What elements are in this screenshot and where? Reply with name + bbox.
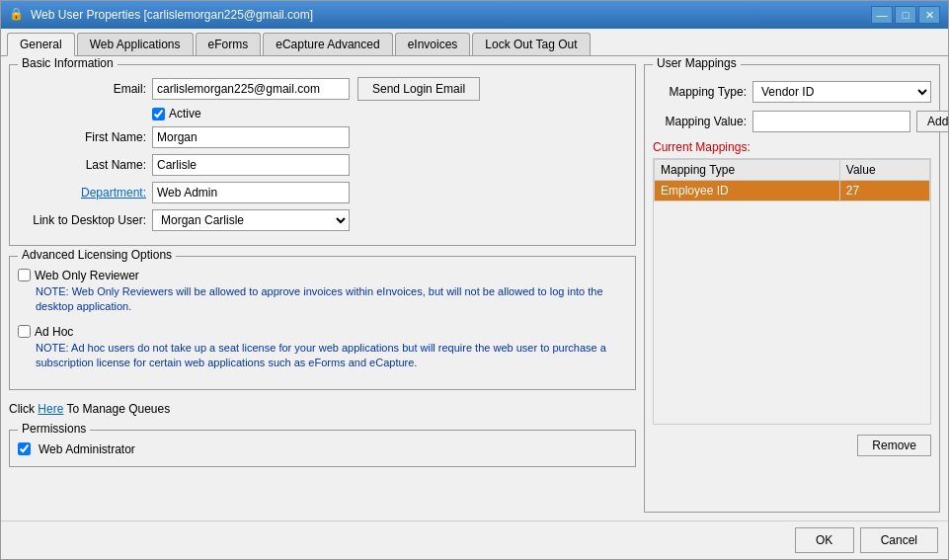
email-row: Email: Send Login Email: [18, 77, 627, 101]
mapping-value-label: Mapping Value:: [653, 115, 747, 128]
main-content: Basic Information Email: Send Login Emai…: [1, 56, 948, 520]
web-only-reviewer-row: Web Only Reviewer: [18, 269, 627, 282]
web-only-reviewer-checkbox[interactable]: [18, 269, 31, 281]
mapping-value-field[interactable]: [752, 111, 910, 132]
ok-button[interactable]: OK: [795, 527, 854, 553]
row-type: Employee ID: [655, 181, 840, 201]
email-label: Email:: [18, 82, 146, 96]
left-panel: Basic Information Email: Send Login Emai…: [9, 64, 636, 513]
tab-web-applications[interactable]: Web Applications: [77, 33, 194, 55]
tab-ecapture-advanced[interactable]: eCapture Advanced: [263, 33, 392, 55]
mapping-value-row: Mapping Value: Add: [653, 111, 931, 132]
basic-info-content: Email: Send Login Email Active First Nam…: [18, 73, 627, 231]
first-name-field[interactable]: [152, 126, 350, 148]
current-mappings-label: Current Mappings:: [653, 140, 931, 154]
first-name-label: First Name:: [18, 130, 146, 144]
window-title: Web User Properties [carlislemorgan225@g…: [31, 8, 865, 22]
title-bar: 🔒 Web User Properties [carlislemorgan225…: [1, 1, 948, 29]
main-window: 🔒 Web User Properties [carlislemorgan225…: [0, 0, 949, 560]
row-value: 27: [839, 181, 929, 201]
ad-hoc-row: Ad Hoc: [18, 325, 627, 339]
minimize-button[interactable]: —: [871, 6, 893, 24]
add-mapping-button[interactable]: Add: [916, 111, 948, 132]
mapping-type-row: Mapping Type: Vendor ID Employee ID Cust…: [653, 81, 931, 103]
permissions-title: Permissions: [18, 422, 90, 436]
col-value: Value: [839, 160, 929, 181]
email-field[interactable]: [152, 78, 350, 100]
send-login-email-button[interactable]: Send Login Email: [357, 77, 480, 101]
active-row: Active: [152, 107, 627, 120]
link-desktop-label: Link to Desktop User:: [18, 213, 146, 227]
web-only-reviewer-note: NOTE: Web Only Reviewers will be allowed…: [36, 284, 627, 315]
first-name-row: First Name:: [18, 126, 627, 148]
table-row[interactable]: Employee ID 27: [655, 181, 930, 201]
tab-general[interactable]: General: [7, 33, 75, 56]
window-controls: — □ ✕: [871, 6, 940, 24]
basic-info-title: Basic Information: [18, 56, 118, 70]
tab-einvoices[interactable]: eInvoices: [395, 33, 471, 55]
advanced-licensing-group: Advanced Licensing Options Web Only Revi…: [9, 256, 636, 390]
web-admin-row: Web Administrator: [18, 442, 627, 456]
department-label[interactable]: Department:: [18, 186, 146, 200]
last-name-row: Last Name:: [18, 154, 627, 176]
manage-queues-link[interactable]: Here: [38, 402, 63, 416]
ad-hoc-checkbox[interactable]: [18, 325, 31, 338]
web-admin-label: Web Administrator: [39, 442, 135, 456]
bottom-bar: OK Cancel: [1, 520, 948, 559]
mapping-type-label: Mapping Type:: [653, 85, 747, 99]
maximize-button[interactable]: □: [895, 6, 916, 24]
web-only-reviewer-label: Web Only Reviewer: [35, 269, 139, 282]
department-field[interactable]: [152, 182, 350, 203]
department-row: Department:: [18, 182, 627, 203]
link-desktop-dropdown[interactable]: Morgan Carlisle: [152, 209, 350, 231]
permissions-group: Permissions Web Administrator: [9, 430, 636, 467]
click-here-suffix: To Manage Queues: [63, 402, 170, 416]
basic-info-group: Basic Information Email: Send Login Emai…: [9, 64, 636, 246]
last-name-label: Last Name:: [18, 158, 146, 172]
user-mappings-group: User Mappings Mapping Type: Vendor ID Em…: [644, 64, 940, 513]
mappings-table-container: Mapping Type Value Employee ID 27: [653, 158, 931, 425]
last-name-field[interactable]: [152, 154, 350, 176]
close-button[interactable]: ✕: [918, 6, 940, 24]
window-icon: 🔒: [9, 7, 25, 23]
right-panel: User Mappings Mapping Type: Vendor ID Em…: [644, 64, 940, 513]
ad-hoc-note: NOTE: Ad hoc users do not take up a seat…: [36, 341, 627, 371]
cancel-button[interactable]: Cancel: [860, 527, 938, 553]
col-mapping-type: Mapping Type: [655, 160, 840, 181]
tab-lock-out-tag-out[interactable]: Lock Out Tag Out: [472, 33, 590, 55]
mapping-type-dropdown[interactable]: Vendor ID Employee ID Customer ID: [752, 81, 931, 103]
ad-hoc-label: Ad Hoc: [35, 325, 73, 339]
advanced-licensing-title: Advanced Licensing Options: [18, 248, 176, 262]
user-mappings-title: User Mappings: [653, 56, 741, 70]
tab-bar: General Web Applications eForms eCapture…: [1, 29, 948, 56]
active-checkbox[interactable]: [152, 108, 165, 120]
tab-eforms[interactable]: eForms: [196, 33, 262, 55]
click-here-row: Click Here To Manage Queues: [9, 402, 636, 416]
click-here-prefix: Click: [9, 402, 38, 416]
remove-mapping-button[interactable]: Remove: [857, 435, 931, 456]
link-desktop-row: Link to Desktop User: Morgan Carlisle: [18, 209, 627, 231]
mappings-table: Mapping Type Value Employee ID 27: [654, 159, 930, 201]
web-admin-checkbox[interactable]: [18, 442, 31, 455]
active-label: Active: [169, 107, 201, 120]
